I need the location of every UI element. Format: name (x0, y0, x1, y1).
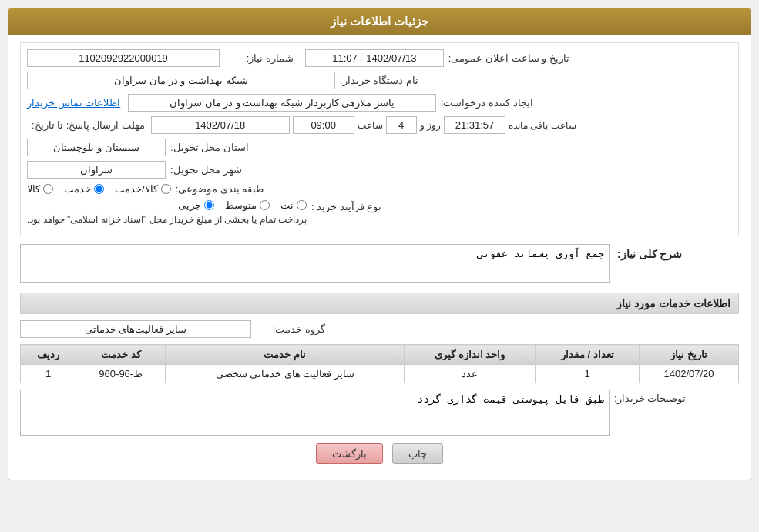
deadline-row: ساعت باقی مانده 21:31:57 روز و 4 ساعت 09… (27, 116, 732, 134)
services-section-title: اطلاعات خدمات مورد نیاز (20, 293, 739, 314)
province-row: استان محل تحویل: سیستان و بلوچستان (27, 139, 732, 156)
page-title: جزئیات اطلاعات نیاز (331, 15, 428, 28)
description-section: شرح کلی نیاز: (20, 244, 739, 285)
remaining-time-label: ساعت باقی مانده (509, 120, 576, 131)
col-service-code: کد خدمت (76, 345, 166, 365)
page-wrapper: جزئیات اطلاعات نیاز تاریخ و ساعت اعلان ع… (0, 0, 759, 532)
remaining-days-label: روز و (420, 120, 441, 131)
print-button[interactable]: چاپ (392, 443, 443, 464)
city-row: شهر محل تحویل: سراوان (27, 161, 732, 179)
province-label: استان محل تحویل: (170, 142, 249, 153)
services-table: تاریخ نیاز تعداد / مقدار واحد اندازه گیر… (20, 344, 739, 383)
response-deadline-label: مهلت ارسال پاسخ: تا تاریخ: (32, 119, 145, 131)
table-row: 1402/07/20 1 عدد سایر فعالیت های خدماتی … (21, 365, 739, 383)
description-wrapper (20, 244, 610, 285)
creator-row: ایجاد کننده درخواست: یاسر ملازهی کاربردا… (27, 94, 732, 112)
col-quantity: تعداد / مقدار (536, 345, 640, 365)
need-number-label: شماره نیاز: (224, 52, 294, 64)
service-group-label: گروه خدمت: (256, 323, 325, 335)
col-need-date: تاریخ نیاز (640, 345, 739, 365)
cell-unit: عدد (405, 365, 536, 383)
col-row-num: ردیف (21, 345, 76, 365)
purchase-note: پرداخت تمام یا بخشی از مبلغ خریداز محل "… (27, 214, 307, 225)
info-section: تاریخ و ساعت اعلان عمومی: 1402/07/13 - 1… (20, 42, 739, 236)
card-header: جزئیات اطلاعات نیاز (8, 8, 751, 35)
response-date-value: 1402/07/18 (151, 116, 290, 134)
purchase-net-label: نت (280, 199, 294, 211)
category-label: طبقه بندی موضوعی: (176, 183, 264, 195)
description-title: شرح کلی نیاز: (610, 244, 690, 264)
cell-service-code: ط-96-960 (76, 365, 166, 383)
buyer-notes-textarea[interactable] (20, 390, 610, 436)
creator-value: یاسر ملازهی کاربرداز شبکه بهداشت و در ما… (128, 94, 436, 112)
cell-need-date: 1402/07/20 (640, 365, 739, 383)
buyer-notes-label: توصیحات خریدار: (614, 390, 686, 404)
category-radio-group: کالا/خدمت خدمت کالا (27, 183, 171, 195)
response-time-value: 09:00 (293, 116, 354, 134)
city-label: شهر محل تحویل: (170, 164, 242, 176)
service-group-row: گروه خدمت: سایر فعالیت‌های خدماتی (20, 320, 739, 338)
category-kala-khadamat[interactable]: کالا/خدمت (115, 183, 171, 195)
category-kala-khadamat-label: کالا/خدمت (115, 183, 158, 195)
purchase-type-row-inner: نت متوسط جزیی (27, 199, 307, 211)
announcement-date-value: 1402/07/13 - 11:07 (305, 49, 444, 67)
buyer-system-value: شبکه بهداشت و در مان سراوان (27, 72, 335, 89)
category-kala[interactable]: کالا (27, 183, 53, 195)
purchase-mottavaset-label: متوسط (225, 199, 257, 211)
need-number-value: 1102092922000019 (27, 49, 220, 67)
creator-label: ایجاد کننده درخواست: (441, 97, 533, 109)
purchase-type-row: نوع فرآیند خرید : نت متوسط (27, 199, 732, 225)
service-group-value: سایر فعالیت‌های خدماتی (20, 320, 251, 338)
buyer-system-label: نام دستگاه خریدار: (340, 75, 418, 86)
announcement-date-label: تاریخ و ساعت اعلان عمومی: (448, 52, 569, 64)
category-row: طبقه بندی موضوعی: کالا/خدمت خدمت کالا (27, 183, 732, 195)
category-khadamat[interactable]: خدمت (64, 183, 104, 195)
card-body: تاریخ و ساعت اعلان عمومی: 1402/07/13 - 1… (8, 35, 751, 480)
province-value: سیستان و بلوچستان (27, 139, 166, 156)
description-textarea[interactable] (20, 244, 610, 283)
remaining-time-value: 21:31:57 (444, 116, 505, 134)
need-number-row: تاریخ و ساعت اعلان عمومی: 1402/07/13 - 1… (27, 49, 732, 67)
col-unit: واحد اندازه گیری (405, 345, 536, 365)
purchase-jozvi-label: جزیی (178, 199, 201, 211)
purchase-type-label: نوع فرآیند خرید : (311, 199, 381, 212)
buyer-system-row: نام دستگاه خریدار: شبکه بهداشت و در مان … (27, 72, 732, 89)
purchase-mottavaset[interactable]: متوسط (225, 199, 270, 211)
main-card: جزئیات اطلاعات نیاز تاریخ و ساعت اعلان ع… (8, 8, 751, 480)
response-time-label: ساعت (358, 120, 383, 131)
cell-row-num: 1 (21, 365, 76, 383)
purchase-type-options: نت متوسط جزیی پرداخت تمام یا بخشی (27, 199, 307, 225)
purchase-net[interactable]: نت (280, 199, 307, 211)
contact-link[interactable]: اطلاعات تماس خریدار (27, 97, 120, 109)
remaining-days-value: 4 (386, 116, 417, 134)
purchase-jozvi[interactable]: جزیی (178, 199, 214, 211)
city-value: سراوان (27, 161, 166, 179)
back-button[interactable]: بازگشت (316, 443, 383, 464)
category-khadamat-label: خدمت (64, 183, 91, 195)
cell-service-name: سایر فعالیت های خدماتی شخصی (166, 365, 405, 383)
buyer-notes-row: توصیحات خریدار: (20, 390, 739, 436)
cell-quantity: 1 (536, 365, 640, 383)
buttons-row: چاپ بازگشت (20, 443, 739, 472)
col-service-name: نام خدمت (166, 345, 405, 365)
table-header-row: تاریخ نیاز تعداد / مقدار واحد اندازه گیر… (21, 345, 739, 365)
category-kala-label: کالا (27, 183, 40, 195)
